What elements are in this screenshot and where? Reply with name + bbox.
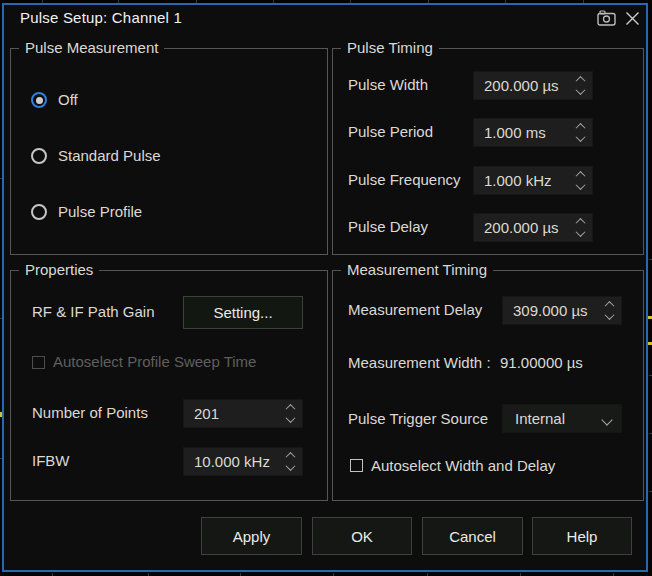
spin-down-icon[interactable] (285, 413, 295, 423)
help-button[interactable]: Help (532, 517, 632, 555)
autoselect-width-delay-label[interactable]: Autoselect Width and Delay (371, 456, 555, 476)
ifbw-label: IFBW (32, 451, 70, 471)
pulse-frequency-value[interactable]: 1.000 kHz (474, 172, 552, 189)
pulse-delay-value[interactable]: 200.000 µs (474, 219, 559, 236)
radio-standard-pulse[interactable] (31, 148, 47, 164)
spin-down-icon[interactable] (575, 85, 585, 95)
pulse-width-value[interactable]: 200.000 µs (474, 77, 559, 94)
cancel-button[interactable]: Cancel (422, 517, 523, 555)
ok-button[interactable]: OK (312, 517, 412, 555)
ifbw-value[interactable]: 10.000 kHz (184, 453, 270, 470)
number-of-points-value[interactable]: 201 (184, 405, 219, 422)
autoselect-profile-sweep-time-checkbox[interactable] (32, 356, 45, 369)
number-of-points-label: Number of Points (32, 403, 148, 423)
pulse-trigger-source-dropdown[interactable]: Internal (502, 404, 622, 433)
radio-off-label[interactable]: Off (58, 90, 78, 110)
apply-button[interactable]: Apply (201, 517, 302, 555)
measurement-delay-label: Measurement Delay (348, 300, 482, 320)
group-title-pulse-measurement: Pulse Measurement (19, 39, 164, 56)
spin-down-icon[interactable] (575, 132, 585, 142)
radio-off[interactable] (31, 92, 47, 108)
dialog-title: Pulse Setup: Channel 1 (20, 9, 182, 26)
pulse-delay-label: Pulse Delay (348, 217, 428, 237)
pulse-frequency-field[interactable]: 1.000 kHz (473, 166, 593, 195)
measurement-delay-value[interactable]: 309.000 µs (503, 302, 588, 319)
trace-marker (648, 316, 652, 319)
spin-down-icon[interactable] (285, 461, 295, 471)
camera-icon (597, 10, 616, 26)
radio-standard-pulse-label[interactable]: Standard Pulse (58, 146, 161, 166)
pulse-trigger-source-value[interactable]: Internal (503, 410, 565, 427)
rf-if-path-gain-label: RF & IF Path Gain (32, 302, 155, 322)
radio-pulse-profile-label[interactable]: Pulse Profile (58, 202, 142, 222)
autoselect-profile-sweep-time-label: Autoselect Profile Sweep Time (53, 352, 256, 372)
group-title-properties: Properties (19, 261, 99, 278)
spin-down-icon[interactable] (575, 227, 585, 237)
screenshot-button[interactable] (596, 8, 616, 28)
autoselect-width-delay-checkbox[interactable] (350, 459, 363, 472)
radio-pulse-profile[interactable] (31, 204, 47, 220)
pulse-period-value[interactable]: 1.000 ms (474, 124, 546, 141)
trace-marker (648, 342, 652, 345)
pulse-delay-field[interactable]: 200.000 µs (473, 213, 593, 242)
number-of-points-field[interactable]: 201 (183, 399, 303, 428)
pulse-frequency-label: Pulse Frequency (348, 170, 461, 190)
close-icon (625, 11, 640, 26)
chevron-down-icon (601, 414, 612, 425)
screen: Pulse Setup: Channel 1 Pulse Measurement… (0, 0, 652, 576)
pulse-width-label: Pulse Width (348, 75, 428, 95)
measurement-width-value: 91.00000 µs (500, 353, 583, 373)
spin-down-icon[interactable] (575, 180, 585, 190)
pulse-period-field[interactable]: 1.000 ms (473, 118, 593, 147)
setting-button[interactable]: Setting... (183, 296, 303, 329)
pulse-trigger-source-label: Pulse Trigger Source (348, 409, 488, 429)
measurement-width-label: Measurement Width : (348, 353, 491, 373)
group-title-pulse-timing: Pulse Timing (341, 39, 439, 56)
spin-down-icon[interactable] (604, 310, 614, 320)
group-title-measurement-timing: Measurement Timing (341, 261, 493, 278)
measurement-delay-field[interactable]: 309.000 µs (502, 296, 622, 325)
pulse-width-field[interactable]: 200.000 µs (473, 71, 593, 100)
close-button[interactable] (622, 8, 642, 28)
pulse-period-label: Pulse Period (348, 122, 433, 142)
ifbw-field[interactable]: 10.000 kHz (183, 447, 303, 476)
